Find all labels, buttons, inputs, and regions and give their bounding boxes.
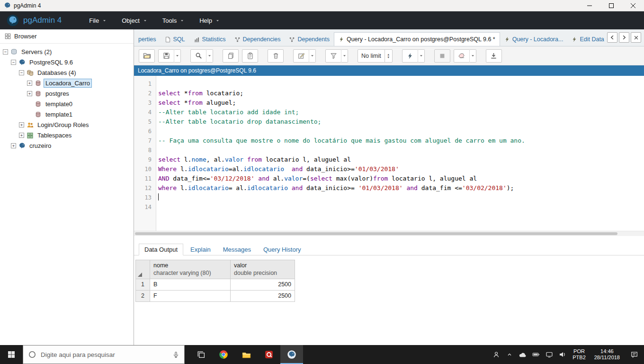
select-all-corner[interactable] (136, 260, 150, 279)
tree-item-login-group-roles[interactable]: +Login/Group Roles (0, 119, 134, 130)
row-number[interactable]: 2 (136, 290, 150, 301)
download-button[interactable] (486, 49, 502, 63)
start-button[interactable] (0, 345, 23, 364)
cell-valor[interactable]: 2500 (231, 279, 295, 290)
delete-button[interactable] (268, 49, 284, 63)
clock[interactable]: 14:46 28/11/2018 (590, 345, 624, 364)
editor-hscrollbar[interactable] (134, 231, 644, 236)
clear-button-dropdown[interactable] (469, 49, 476, 63)
people-icon[interactable] (492, 351, 500, 359)
volume-icon[interactable] (558, 351, 566, 359)
expand-toggle[interactable]: + (27, 91, 32, 96)
find-button[interactable] (190, 49, 206, 63)
action-center-button[interactable] (624, 345, 644, 364)
menu-help[interactable]: Help (192, 11, 227, 29)
maximize-button[interactable] (600, 0, 622, 11)
collapse-toggle[interactable]: − (11, 60, 16, 65)
tab-properties-partial[interactable]: perties (134, 33, 161, 46)
tree-item-postgres[interactable]: +postgres (0, 88, 134, 99)
menu-tools[interactable]: Tools (155, 11, 192, 29)
panel-close-button[interactable] (631, 32, 641, 43)
column-header-nome[interactable]: nomecharacter varying (80) (150, 260, 231, 279)
tree-item-template1[interactable]: template1 (0, 109, 134, 119)
cell-valor[interactable]: 2500 (231, 290, 295, 301)
menu-file[interactable]: File (81, 11, 114, 29)
find-button-dropdown[interactable] (206, 49, 213, 63)
minimize-button[interactable] (579, 0, 600, 11)
chrome-app[interactable] (212, 345, 235, 364)
tree-item-cruzeiro[interactable]: +cruzeiro (0, 140, 134, 151)
file-explorer-app[interactable] (235, 345, 258, 364)
expand-toggle[interactable]: + (11, 143, 16, 148)
tree-item-locadora-carro[interactable]: +Locadora_Carro (0, 78, 134, 88)
output-tab-messages[interactable]: Messages (218, 244, 256, 255)
clear-button[interactable] (454, 49, 470, 63)
language-indicator[interactable]: POR PTB2 (568, 345, 590, 364)
save-button[interactable] (158, 49, 174, 63)
spinner-icon[interactable]: ▲▼ (385, 50, 392, 62)
acrobat-app[interactable] (258, 345, 280, 364)
row-limit-select[interactable]: No limit▲▼ (358, 49, 393, 63)
pgadmin-app[interactable] (280, 345, 303, 364)
output-tab-data-output[interactable]: Data Output (139, 244, 183, 255)
chrome-icon (219, 350, 228, 359)
tab-query-locadora-carro[interactable]: Query - Locadora_Carro on postgres@Postg… (334, 32, 500, 46)
tab-scroll-right-button[interactable] (619, 32, 629, 43)
collapse-toggle[interactable]: − (3, 49, 8, 55)
hscrollbar-thumb[interactable] (135, 232, 617, 235)
tree-item-postgresql-9-6[interactable]: −PostgreSQL 9.6 (0, 57, 134, 67)
output-tab-query-history[interactable]: Query History (258, 244, 306, 255)
onedrive-icon[interactable] (519, 351, 527, 359)
window-title: pgAdmin 4 (14, 2, 41, 9)
expand-toggle[interactable]: + (19, 122, 24, 127)
copy-button[interactable] (223, 49, 239, 63)
hidden-icons-chevron[interactable] (505, 351, 513, 359)
editor-code[interactable]: select *from locatario;select *from alug… (156, 76, 644, 231)
expand-toggle[interactable]: + (27, 81, 32, 86)
cell-nome[interactable]: F (150, 290, 231, 301)
tab-query-locadora-2[interactable]: Query - Locadora... (500, 33, 568, 46)
tab-sql[interactable]: SQL (161, 33, 189, 46)
results-row: 2F2500 (136, 290, 295, 301)
filter-button-dropdown[interactable] (341, 49, 348, 63)
download-button-group (486, 49, 502, 63)
taskbar-search[interactable]: Digite aqui para pesquisar (23, 345, 185, 364)
task-view-button[interactable] (189, 345, 212, 364)
output-tab-explain[interactable]: Explain (185, 244, 216, 255)
tab-bar: pertiesSQLStatisticsDependenciesDependen… (134, 29, 644, 46)
tab-dependents[interactable]: Dependents (285, 33, 333, 46)
tree-item-databases-4[interactable]: −Databases (4) (0, 67, 134, 78)
tab-statistics[interactable]: Statistics (189, 33, 230, 46)
delete-button-group (268, 49, 284, 63)
open-file-button[interactable] (139, 49, 155, 63)
cell-nome[interactable]: B (150, 279, 231, 290)
caret-down-icon (215, 18, 220, 23)
tab-edit-data[interactable]: Edit Data (567, 33, 608, 46)
tree-item-template0[interactable]: template0 (0, 99, 134, 109)
tree-item-servers-2[interactable]: −Servers (2) (0, 46, 134, 57)
stop-button[interactable] (434, 49, 450, 63)
collapse-toggle[interactable]: − (19, 70, 24, 75)
sql-token: ); (507, 184, 514, 191)
execute-button-dropdown[interactable] (418, 49, 425, 63)
tablespaces-icon (26, 131, 34, 139)
mic-icon[interactable] (172, 351, 179, 358)
battery-icon[interactable] (532, 351, 540, 359)
tab-scroll-left-button[interactable] (607, 32, 617, 43)
sql-token: select (158, 99, 180, 106)
save-button-dropdown[interactable] (174, 49, 181, 63)
edit-button[interactable] (293, 49, 309, 63)
close-button[interactable] (622, 0, 644, 11)
paste-button[interactable] (242, 49, 258, 63)
filter-button[interactable] (325, 49, 341, 63)
expand-toggle[interactable]: + (19, 133, 24, 138)
menu-object[interactable]: Object (114, 11, 155, 29)
tree-item-tablespaces[interactable]: +Tablespaces (0, 130, 134, 140)
panel-splitter[interactable] (134, 236, 644, 243)
row-number[interactable]: 1 (136, 279, 150, 290)
execute-button[interactable] (402, 49, 418, 63)
network-icon[interactable] (545, 351, 553, 359)
column-header-valor[interactable]: valordouble precision (231, 260, 295, 279)
tab-dependencies[interactable]: Dependencies (230, 33, 285, 46)
edit-button-dropdown[interactable] (309, 49, 316, 63)
